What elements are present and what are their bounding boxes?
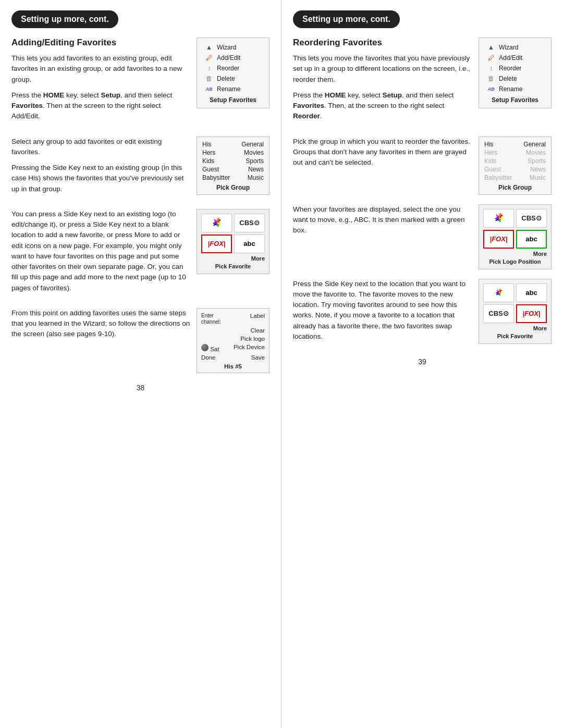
pg-row-g1: HisGeneral <box>484 140 546 149</box>
menu-delete-2: 🗑 Delete <box>484 73 546 84</box>
pick-favorite-caption: Pick Favorite <box>201 263 265 269</box>
sat-icon <box>201 344 209 351</box>
green-box-para1: When your favorites are displayed, selec… <box>293 204 472 236</box>
select-group-para1: Select any group to add favorites or edi… <box>11 137 190 158</box>
right-banner: Setting up more, cont. <box>293 10 400 28</box>
more-label-3: More <box>483 325 547 331</box>
pg-row-g5: BabysitterMusic <box>484 174 546 182</box>
side-key-para1: You can press a Side Key next to an exis… <box>11 209 190 293</box>
left-page: Setting up more, cont. Adding/Editing Fa… <box>0 0 282 728</box>
logo-grid-1: CBS⊙ |FOX| abc <box>201 214 265 253</box>
pg-row-5: BabysitterMusic <box>202 174 264 182</box>
left-page-number: 38 <box>11 384 270 392</box>
his5-form: Enterchannel: Label Clear Pick logo Sat … <box>197 308 270 373</box>
setup-menu-ui-2: ▲ Wizard 🖊 Add/Edit ↕ Reorder 🗑 Delete <box>479 38 552 108</box>
form-row-sat: Sat Pick Device <box>201 343 265 353</box>
cbs-logo-2: CBS⊙ <box>516 209 547 228</box>
menu-wizard: ▲ Wizard <box>202 42 264 53</box>
move-location-text: Press the Side Key next to the location … <box>293 279 472 348</box>
more-label-2: More <box>483 251 547 257</box>
wizard-icon-2: ▲ <box>486 43 496 52</box>
left-banner: Setting up more, cont. <box>11 10 118 28</box>
pg-row-4: GuestNews <box>202 165 264 174</box>
wizard-icon: ▲ <box>204 43 214 52</box>
logo-screen-2: CBS⊙ |FOX| abc More Pick Logo Position <box>479 204 552 269</box>
nbc-logo-3 <box>483 283 514 302</box>
menu-addedit: 🖊 Add/Edit <box>202 53 264 63</box>
green-box-text: When your favorites are displayed, selec… <box>293 204 472 241</box>
reordering-para1: This lets you move the favorites that yo… <box>293 53 472 85</box>
his5-caption: His #5 <box>201 363 265 369</box>
pg-row-3: KidsSports <box>202 157 264 165</box>
addedit-icon: 🖊 <box>204 54 214 62</box>
menu-delete: 🗑 Delete <box>202 73 264 84</box>
his5-form-ui: Enterchannel: Label Clear Pick logo Sat … <box>197 308 270 373</box>
reorder-icon: ↕ <box>204 64 214 72</box>
adding-editing-para2: Press the HOME key, select Setup, and th… <box>11 90 190 122</box>
pick-favorite-ui: CBS⊙ |FOX| abc More Pick Favorite <box>197 209 270 274</box>
rename-icon-2: AB <box>486 85 496 93</box>
form-row-clear: Clear <box>201 326 265 335</box>
side-key-text: You can press a Side Key next to an exis… <box>11 209 190 299</box>
menu-rename-2: AB Rename <box>484 84 546 94</box>
logo-grid-2: CBS⊙ |FOX| abc <box>483 209 547 249</box>
reorder-icon-2: ↕ <box>486 64 496 72</box>
pick-group-ui-2: HisGeneral HersMovies KidsSports GuestNe… <box>479 137 552 195</box>
section-side-key: You can press a Side Key next to an exis… <box>11 209 270 299</box>
section-green-box: When your favorites are displayed, selec… <box>293 204 552 269</box>
pick-logo-position-caption: Pick Logo Position <box>483 258 547 265</box>
section-from-point: From this point on adding favorites uses… <box>11 308 270 373</box>
abc-logo-1: abc <box>234 235 265 253</box>
pg-row-g2: HersMovies <box>484 149 546 157</box>
pick-favorite-reorder-caption: Pick Favorite <box>483 333 547 339</box>
setup-favorites-caption-2: Setup Favorites <box>484 96 546 104</box>
adding-editing-text: Adding/Editing Favorites This lets you a… <box>11 38 190 127</box>
form-row-picklogo: Pick logo <box>201 335 265 343</box>
pg-row-g4: GuestNews <box>484 165 546 174</box>
pick-group-gray-text: Pick the group in which you want to reor… <box>293 137 472 174</box>
rename-icon: AB <box>204 85 214 93</box>
menu-wizard-2: ▲ Wizard <box>484 42 546 53</box>
pg-row-g3: KidsSports <box>484 157 546 165</box>
fox-logo-2: |FOX| <box>483 230 514 249</box>
pick-group-gray-para1: Pick the group in which you want to reor… <box>293 137 472 168</box>
menu-reorder: ↕ Reorder <box>202 63 264 73</box>
adding-editing-heading: Adding/Editing Favorites <box>11 38 190 48</box>
setup-favorites-menu-1: ▲ Wizard 🖊 Add/Edit ↕ Reorder 🗑 Delete <box>197 38 270 108</box>
more-label-1: More <box>201 255 265 262</box>
from-point-text: From this point on adding favorites uses… <box>11 308 190 345</box>
pick-group-caption-2: Pick Group <box>484 184 546 191</box>
form-row-enter: Enterchannel: Label <box>201 312 265 326</box>
delete-icon: 🗑 <box>204 75 214 83</box>
section-adding-editing: Adding/Editing Favorites This lets you a… <box>11 38 270 127</box>
cbs-logo-3: CBS⊙ <box>483 304 514 323</box>
right-page: Setting up more, cont. Reordering Favori… <box>282 0 563 728</box>
addedit-icon-2: 🖊 <box>486 54 496 62</box>
pick-group-table-1: HisGeneral HersMovies KidsSports GuestNe… <box>197 137 270 195</box>
logo-screen-3: abc CBS⊙ |FOX| More Pick Favorite <box>479 279 552 344</box>
logo-screen-1: CBS⊙ |FOX| abc More Pick Favorite <box>197 209 270 274</box>
adding-editing-para1: This lets you add favorites to an existi… <box>11 53 190 85</box>
form-row-done: Done Save <box>201 353 265 362</box>
move-location-para1: Press the Side Key next to the location … <box>293 279 472 342</box>
pick-logo-position-ui: CBS⊙ |FOX| abc More Pick Logo Position <box>479 204 552 269</box>
from-point-para1: From this point on adding favorites uses… <box>11 308 190 340</box>
logo-grid-3: abc CBS⊙ |FOX| <box>483 283 547 323</box>
setup-menu-ui-1: ▲ Wizard 🖊 Add/Edit ↕ Reorder 🗑 Delete <box>197 38 270 108</box>
pick-group-table-2: HisGeneral HersMovies KidsSports GuestNe… <box>479 137 552 195</box>
section-move-location: Press the Side Key next to the location … <box>293 279 552 348</box>
nbc-logo-2 <box>483 209 514 228</box>
select-group-text: Select any group to add favorites or edi… <box>11 137 190 200</box>
select-group-para2: Pressing the Side Key next to an existin… <box>11 163 190 194</box>
pick-group-caption-1: Pick Group <box>202 184 264 191</box>
setup-favorites-caption: Setup Favorites <box>202 96 264 104</box>
menu-addedit-2: 🖊 Add/Edit <box>484 53 546 63</box>
abc-logo-3: abc <box>516 283 547 302</box>
cbs-logo-1: CBS⊙ <box>234 214 265 232</box>
section-pick-group-gray: Pick the group in which you want to reor… <box>293 137 552 195</box>
pick-group-ui-1: HisGeneral HersMovies KidsSports GuestNe… <box>197 137 270 195</box>
section-select-group: Select any group to add favorites or edi… <box>11 137 270 200</box>
fox-logo-1: |FOX| <box>201 235 232 253</box>
pg-row-1: HisGeneral <box>202 140 264 149</box>
reordering-text: Reordering Favorites This lets you move … <box>293 38 472 127</box>
